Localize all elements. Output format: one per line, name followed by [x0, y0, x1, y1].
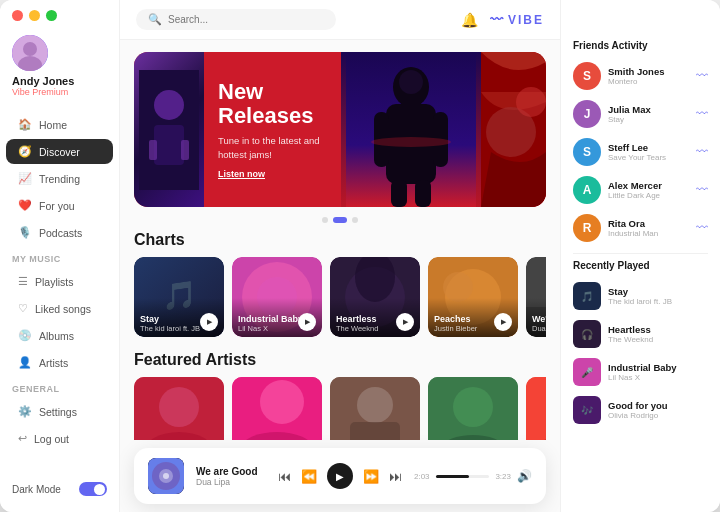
vibe-logo-text: VIBE	[508, 13, 544, 27]
chart-card-industrial[interactable]: Industrial Baby Lil Nas X ▶	[232, 257, 322, 337]
user-profile[interactable]: Andy Jones Vibe Premium	[0, 35, 119, 111]
recently-played-item-heartless[interactable]: 🎧 Heartless The Weeknd	[561, 315, 720, 353]
hero-left-image	[134, 52, 204, 207]
recently-played-artist-industrial: Lil Nas X	[608, 373, 708, 382]
sidebar-item-podcasts[interactable]: 🎙️ Podcasts	[6, 220, 113, 245]
svg-point-45	[453, 387, 493, 427]
chart-play-stay[interactable]: ▶	[200, 313, 218, 331]
friend-item-julia[interactable]: J Julia Max Stay 〰	[561, 95, 720, 133]
chart-image-industrial: Industrial Baby Lil Nas X ▶	[232, 257, 322, 337]
dark-mode-label: Dark Mode	[12, 484, 61, 495]
sidebar-item-discover[interactable]: 🧭 Discover	[6, 139, 113, 164]
chart-play-peaches[interactable]: ▶	[494, 313, 512, 331]
recently-played-item-industrial[interactable]: 🎤 Industrial Baby Lil Nas X	[561, 353, 720, 391]
recently-played-item-good[interactable]: 🎶 Good for you Olivia Rodrigo	[561, 391, 720, 429]
my-music-label: My Music	[0, 246, 119, 268]
friend-name-steff: Steff Lee	[608, 142, 689, 153]
main-content: 🔍 🔔 〰 VIBE	[120, 0, 560, 512]
featured-card-3[interactable]	[330, 377, 420, 440]
progress-track[interactable]	[436, 475, 490, 478]
waveform-icon-smith: 〰	[696, 69, 708, 83]
friend-song-alex: Little Dark Age	[608, 191, 689, 200]
chart-card-heartless[interactable]: Heartless The Weeknd ▶	[330, 257, 420, 337]
prev-button[interactable]: ⏮	[278, 469, 291, 484]
content-scroll[interactable]: New Releases Tune in to the latest and h…	[120, 40, 560, 440]
topbar-right: 🔔 〰 VIBE	[461, 12, 544, 28]
friend-song-rita: Industrial Man	[608, 229, 689, 238]
user-plan: Vibe Premium	[12, 87, 68, 97]
sidebar-item-for-you[interactable]: ❤️ For you	[6, 193, 113, 218]
hero-dot-1[interactable]	[322, 217, 328, 223]
recently-played-item-stay[interactable]: 🎵 Stay The kid laroi ft. JB	[561, 277, 720, 315]
play-pause-button[interactable]: ▶	[327, 463, 353, 489]
svg-rect-5	[154, 125, 184, 165]
hero-right-image	[481, 52, 546, 207]
artists-icon: 👤	[18, 356, 32, 369]
recently-played-info-good: Good for you Olivia Rodrigo	[608, 400, 708, 420]
hero-cta[interactable]: Listen now	[218, 169, 327, 179]
maximize-button[interactable]	[46, 10, 57, 21]
recently-played-name-heartless: Heartless	[608, 324, 708, 335]
friend-item-steff[interactable]: S Steff Lee Save Your Tears 〰	[561, 133, 720, 171]
sidebar-item-albums[interactable]: 💿 Albums	[6, 323, 113, 348]
minimize-button[interactable]	[29, 10, 40, 21]
chart-overlay-were-good: We're G... Dua Lipa	[526, 298, 546, 337]
forward-button[interactable]: ⏩	[363, 469, 379, 484]
svg-point-16	[371, 137, 451, 147]
svg-rect-47	[526, 377, 546, 440]
rewind-button[interactable]: ⏪	[301, 469, 317, 484]
hero-subtitle: Tune in to the latest and hottest jams!	[218, 134, 327, 161]
chart-name-were-good: We're G...	[532, 314, 546, 324]
sidebar-item-settings[interactable]: ⚙️ Settings	[6, 399, 113, 424]
settings-icon: ⚙️	[18, 405, 32, 418]
total-time: 3:23	[495, 472, 511, 481]
friend-item-smith[interactable]: S Smith Jones Montero 〰	[561, 57, 720, 95]
sidebar-item-label: Liked songs	[35, 303, 91, 315]
chart-play-industrial[interactable]: ▶	[298, 313, 316, 331]
recently-played-thumb-stay: 🎵	[573, 282, 601, 310]
friend-info-rita: Rita Ora Industrial Man	[608, 218, 689, 238]
featured-card-5[interactable]	[526, 377, 546, 440]
close-button[interactable]	[12, 10, 23, 21]
dark-mode-toggle[interactable]	[79, 482, 107, 496]
sidebar-item-liked-songs[interactable]: ♡ Liked songs	[6, 296, 113, 321]
next-button[interactable]: ⏭	[389, 469, 402, 484]
bell-icon[interactable]: 🔔	[461, 12, 478, 28]
hero-banner[interactable]: New Releases Tune in to the latest and h…	[134, 52, 546, 207]
featured-card-1[interactable]	[134, 377, 224, 440]
chart-card-stay[interactable]: 🎵 Stay The kid laroi ft. JB ▶	[134, 257, 224, 337]
sidebar-item-home[interactable]: 🏠 Home	[6, 112, 113, 137]
featured-grid	[134, 377, 546, 440]
topbar: 🔍 🔔 〰 VIBE	[120, 0, 560, 40]
featured-artists-title: Featured Artists	[134, 351, 546, 369]
svg-point-39	[260, 380, 304, 424]
sidebar-item-label: Albums	[39, 330, 74, 342]
search-bar[interactable]: 🔍	[136, 9, 336, 30]
current-time: 2:03	[414, 472, 430, 481]
featured-card-2[interactable]	[232, 377, 322, 440]
svg-rect-14	[415, 180, 431, 207]
sidebar-item-trending[interactable]: 📈 Trending	[6, 166, 113, 191]
svg-point-54	[163, 473, 169, 479]
chart-card-were-good[interactable]: We're G... Dua Lipa ▶	[526, 257, 546, 337]
friend-info-steff: Steff Lee Save Your Tears	[608, 142, 689, 162]
podcast-icon: 🎙️	[18, 226, 32, 239]
recently-played-info-stay: Stay The kid laroi ft. JB	[608, 286, 708, 306]
sidebar-item-playlists[interactable]: ☰ Playlists	[6, 269, 113, 294]
svg-point-4	[154, 90, 184, 120]
chart-artist-were-good: Dua Lipa	[532, 324, 546, 333]
sidebar-item-logout[interactable]: ↩ Log out	[6, 426, 113, 451]
friend-avatar-rita: R	[573, 214, 601, 242]
search-input[interactable]	[168, 14, 324, 25]
hero-dot-2[interactable]	[333, 217, 347, 223]
friend-item-rita[interactable]: R Rita Ora Industrial Man 〰	[561, 209, 720, 247]
friend-avatar-steff: S	[573, 138, 601, 166]
chart-image-were-good: We're G... Dua Lipa ▶	[526, 257, 546, 337]
chart-play-heartless[interactable]: ▶	[396, 313, 414, 331]
chart-card-peaches[interactable]: Peaches Justin Bieber ▶	[428, 257, 518, 337]
volume-icon[interactable]: 🔊	[517, 469, 532, 483]
hero-dot-3[interactable]	[352, 217, 358, 223]
friend-item-alex[interactable]: A Alex Mercer Little Dark Age 〰	[561, 171, 720, 209]
featured-card-4[interactable]	[428, 377, 518, 440]
sidebar-item-artists[interactable]: 👤 Artists	[6, 350, 113, 375]
